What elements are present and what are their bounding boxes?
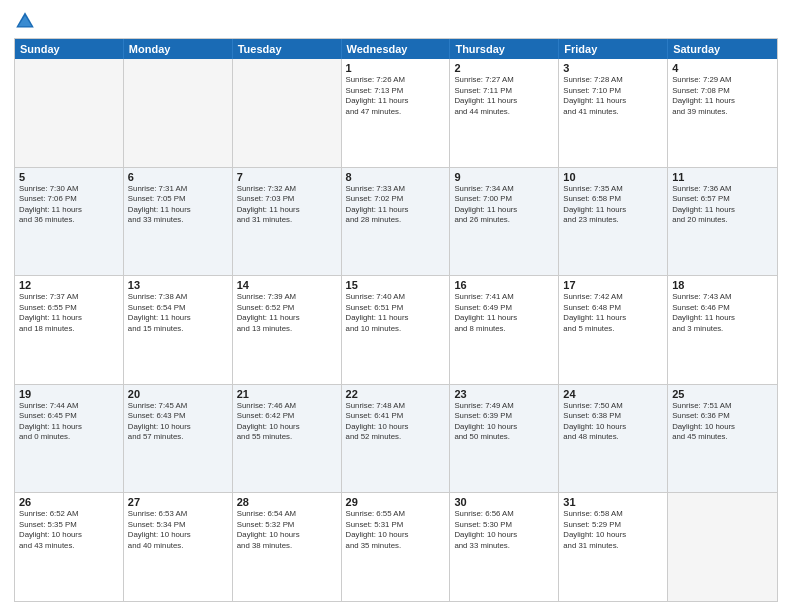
page: SundayMondayTuesdayWednesdayThursdayFrid… <box>0 0 792 612</box>
empty-cell-4-6 <box>668 493 777 601</box>
cell-info: Sunrise: 6:53 AM Sunset: 5:34 PM Dayligh… <box>128 509 228 551</box>
header-day-monday: Monday <box>124 39 233 59</box>
cell-info: Sunrise: 7:45 AM Sunset: 6:43 PM Dayligh… <box>128 401 228 443</box>
day-cell-27: 27Sunrise: 6:53 AM Sunset: 5:34 PM Dayli… <box>124 493 233 601</box>
cell-info: Sunrise: 7:35 AM Sunset: 6:58 PM Dayligh… <box>563 184 663 226</box>
cell-info: Sunrise: 7:41 AM Sunset: 6:49 PM Dayligh… <box>454 292 554 334</box>
day-cell-20: 20Sunrise: 7:45 AM Sunset: 6:43 PM Dayli… <box>124 385 233 493</box>
header-day-saturday: Saturday <box>668 39 777 59</box>
day-cell-2: 2Sunrise: 7:27 AM Sunset: 7:11 PM Daylig… <box>450 59 559 167</box>
cell-info: Sunrise: 7:36 AM Sunset: 6:57 PM Dayligh… <box>672 184 773 226</box>
day-cell-14: 14Sunrise: 7:39 AM Sunset: 6:52 PM Dayli… <box>233 276 342 384</box>
day-cell-30: 30Sunrise: 6:56 AM Sunset: 5:30 PM Dayli… <box>450 493 559 601</box>
day-number: 16 <box>454 279 554 291</box>
cell-info: Sunrise: 7:42 AM Sunset: 6:48 PM Dayligh… <box>563 292 663 334</box>
day-number: 1 <box>346 62 446 74</box>
day-cell-26: 26Sunrise: 6:52 AM Sunset: 5:35 PM Dayli… <box>15 493 124 601</box>
day-cell-9: 9Sunrise: 7:34 AM Sunset: 7:00 PM Daylig… <box>450 168 559 276</box>
day-number: 6 <box>128 171 228 183</box>
cell-info: Sunrise: 6:54 AM Sunset: 5:32 PM Dayligh… <box>237 509 337 551</box>
day-cell-3: 3Sunrise: 7:28 AM Sunset: 7:10 PM Daylig… <box>559 59 668 167</box>
day-cell-23: 23Sunrise: 7:49 AM Sunset: 6:39 PM Dayli… <box>450 385 559 493</box>
day-number: 31 <box>563 496 663 508</box>
day-number: 7 <box>237 171 337 183</box>
cell-info: Sunrise: 7:43 AM Sunset: 6:46 PM Dayligh… <box>672 292 773 334</box>
cell-info: Sunrise: 7:38 AM Sunset: 6:54 PM Dayligh… <box>128 292 228 334</box>
cell-info: Sunrise: 6:56 AM Sunset: 5:30 PM Dayligh… <box>454 509 554 551</box>
day-number: 15 <box>346 279 446 291</box>
header-day-thursday: Thursday <box>450 39 559 59</box>
day-number: 27 <box>128 496 228 508</box>
day-cell-22: 22Sunrise: 7:48 AM Sunset: 6:41 PM Dayli… <box>342 385 451 493</box>
day-number: 21 <box>237 388 337 400</box>
day-cell-24: 24Sunrise: 7:50 AM Sunset: 6:38 PM Dayli… <box>559 385 668 493</box>
day-cell-7: 7Sunrise: 7:32 AM Sunset: 7:03 PM Daylig… <box>233 168 342 276</box>
day-number: 19 <box>19 388 119 400</box>
cell-info: Sunrise: 7:31 AM Sunset: 7:05 PM Dayligh… <box>128 184 228 226</box>
day-cell-21: 21Sunrise: 7:46 AM Sunset: 6:42 PM Dayli… <box>233 385 342 493</box>
day-number: 14 <box>237 279 337 291</box>
day-cell-5: 5Sunrise: 7:30 AM Sunset: 7:06 PM Daylig… <box>15 168 124 276</box>
day-cell-4: 4Sunrise: 7:29 AM Sunset: 7:08 PM Daylig… <box>668 59 777 167</box>
header <box>14 10 778 32</box>
day-number: 12 <box>19 279 119 291</box>
day-number: 3 <box>563 62 663 74</box>
day-number: 18 <box>672 279 773 291</box>
cell-info: Sunrise: 7:33 AM Sunset: 7:02 PM Dayligh… <box>346 184 446 226</box>
day-number: 20 <box>128 388 228 400</box>
calendar-header: SundayMondayTuesdayWednesdayThursdayFrid… <box>15 39 777 59</box>
calendar-row-1: 5Sunrise: 7:30 AM Sunset: 7:06 PM Daylig… <box>15 168 777 277</box>
day-cell-31: 31Sunrise: 6:58 AM Sunset: 5:29 PM Dayli… <box>559 493 668 601</box>
day-cell-25: 25Sunrise: 7:51 AM Sunset: 6:36 PM Dayli… <box>668 385 777 493</box>
day-cell-11: 11Sunrise: 7:36 AM Sunset: 6:57 PM Dayli… <box>668 168 777 276</box>
cell-info: Sunrise: 6:52 AM Sunset: 5:35 PM Dayligh… <box>19 509 119 551</box>
day-number: 17 <box>563 279 663 291</box>
day-cell-19: 19Sunrise: 7:44 AM Sunset: 6:45 PM Dayli… <box>15 385 124 493</box>
cell-info: Sunrise: 7:48 AM Sunset: 6:41 PM Dayligh… <box>346 401 446 443</box>
day-number: 4 <box>672 62 773 74</box>
calendar-body: 1Sunrise: 7:26 AM Sunset: 7:13 PM Daylig… <box>15 59 777 601</box>
day-number: 9 <box>454 171 554 183</box>
day-number: 13 <box>128 279 228 291</box>
header-day-sunday: Sunday <box>15 39 124 59</box>
day-number: 8 <box>346 171 446 183</box>
day-cell-13: 13Sunrise: 7:38 AM Sunset: 6:54 PM Dayli… <box>124 276 233 384</box>
empty-cell-0-1 <box>124 59 233 167</box>
day-number: 2 <box>454 62 554 74</box>
calendar-row-0: 1Sunrise: 7:26 AM Sunset: 7:13 PM Daylig… <box>15 59 777 168</box>
day-cell-17: 17Sunrise: 7:42 AM Sunset: 6:48 PM Dayli… <box>559 276 668 384</box>
cell-info: Sunrise: 7:37 AM Sunset: 6:55 PM Dayligh… <box>19 292 119 334</box>
cell-info: Sunrise: 7:39 AM Sunset: 6:52 PM Dayligh… <box>237 292 337 334</box>
day-number: 29 <box>346 496 446 508</box>
day-cell-16: 16Sunrise: 7:41 AM Sunset: 6:49 PM Dayli… <box>450 276 559 384</box>
cell-info: Sunrise: 7:27 AM Sunset: 7:11 PM Dayligh… <box>454 75 554 117</box>
cell-info: Sunrise: 7:40 AM Sunset: 6:51 PM Dayligh… <box>346 292 446 334</box>
cell-info: Sunrise: 7:51 AM Sunset: 6:36 PM Dayligh… <box>672 401 773 443</box>
day-number: 23 <box>454 388 554 400</box>
cell-info: Sunrise: 7:44 AM Sunset: 6:45 PM Dayligh… <box>19 401 119 443</box>
day-cell-6: 6Sunrise: 7:31 AM Sunset: 7:05 PM Daylig… <box>124 168 233 276</box>
empty-cell-0-0 <box>15 59 124 167</box>
day-cell-10: 10Sunrise: 7:35 AM Sunset: 6:58 PM Dayli… <box>559 168 668 276</box>
calendar-row-2: 12Sunrise: 7:37 AM Sunset: 6:55 PM Dayli… <box>15 276 777 385</box>
cell-info: Sunrise: 7:28 AM Sunset: 7:10 PM Dayligh… <box>563 75 663 117</box>
day-cell-18: 18Sunrise: 7:43 AM Sunset: 6:46 PM Dayli… <box>668 276 777 384</box>
day-number: 25 <box>672 388 773 400</box>
calendar: SundayMondayTuesdayWednesdayThursdayFrid… <box>14 38 778 602</box>
cell-info: Sunrise: 6:55 AM Sunset: 5:31 PM Dayligh… <box>346 509 446 551</box>
cell-info: Sunrise: 7:34 AM Sunset: 7:00 PM Dayligh… <box>454 184 554 226</box>
header-day-friday: Friday <box>559 39 668 59</box>
calendar-row-3: 19Sunrise: 7:44 AM Sunset: 6:45 PM Dayli… <box>15 385 777 494</box>
cell-info: Sunrise: 7:29 AM Sunset: 7:08 PM Dayligh… <box>672 75 773 117</box>
logo-icon <box>14 10 36 32</box>
day-number: 11 <box>672 171 773 183</box>
header-day-wednesday: Wednesday <box>342 39 451 59</box>
day-number: 26 <box>19 496 119 508</box>
cell-info: Sunrise: 7:26 AM Sunset: 7:13 PM Dayligh… <box>346 75 446 117</box>
empty-cell-0-2 <box>233 59 342 167</box>
day-number: 24 <box>563 388 663 400</box>
day-number: 5 <box>19 171 119 183</box>
day-number: 22 <box>346 388 446 400</box>
logo <box>14 10 40 32</box>
day-number: 10 <box>563 171 663 183</box>
